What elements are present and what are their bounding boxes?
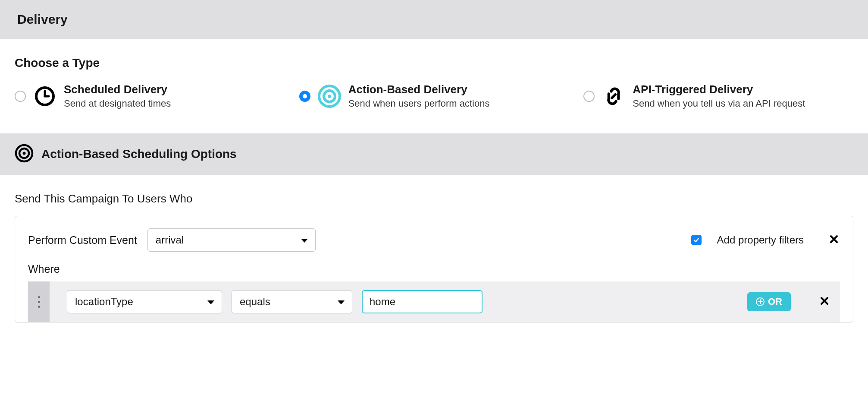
- chevron-down-icon: [207, 296, 215, 308]
- add-property-filters-checkbox[interactable]: [691, 235, 702, 245]
- event-select[interactable]: arrival: [147, 228, 316, 252]
- link-icon: [602, 84, 626, 108]
- or-label: OR: [768, 296, 782, 307]
- radio-action[interactable]: [299, 91, 310, 102]
- action-title: Action-Based Delivery: [348, 83, 490, 96]
- radio-api[interactable]: [583, 91, 595, 102]
- remove-rule-button[interactable]: [830, 235, 840, 245]
- campaign-section: Send This Campaign To Users Who Perform …: [0, 175, 868, 322]
- chevron-down-icon: [301, 234, 308, 246]
- drag-handle-icon[interactable]: [28, 281, 50, 322]
- svg-point-5: [328, 95, 331, 98]
- svg-point-8: [23, 152, 26, 155]
- property-select[interactable]: locationType: [67, 290, 222, 313]
- api-title: API-Triggered Delivery: [633, 83, 805, 96]
- delivery-type-row: Scheduled Delivery Send at designated ti…: [15, 83, 851, 109]
- choose-type-heading: Choose a Type: [15, 56, 851, 70]
- rule-card: Perform Custom Event arrival Add propert…: [15, 216, 853, 322]
- delivery-header: Delivery: [0, 0, 868, 39]
- delivery-type-api[interactable]: API-Triggered Delivery Send when you tel…: [583, 83, 851, 109]
- scheduled-title: Scheduled Delivery: [64, 83, 171, 96]
- delivery-type-action[interactable]: Action-Based Delivery Send when users pe…: [299, 83, 567, 109]
- add-or-button[interactable]: OR: [747, 292, 791, 311]
- page-title: Delivery: [17, 12, 851, 27]
- scheduled-sub: Send at designated times: [64, 98, 171, 109]
- where-filter-row: locationType equals: [28, 281, 840, 322]
- perform-custom-event-label: Perform Custom Event: [28, 234, 137, 246]
- operator-select[interactable]: equals: [232, 290, 352, 313]
- clock-icon: [33, 84, 57, 108]
- event-select-value: arrival: [156, 234, 184, 246]
- send-campaign-heading: Send This Campaign To Users Who: [15, 192, 853, 205]
- property-select-value: locationType: [75, 296, 133, 308]
- where-heading: Where: [28, 263, 840, 275]
- remove-filter-button[interactable]: [820, 297, 830, 307]
- filter-value-input[interactable]: [362, 290, 483, 313]
- delivery-type-scheduled[interactable]: Scheduled Delivery Send at designated ti…: [15, 83, 282, 109]
- add-property-filters-label: Add property filters: [717, 234, 804, 246]
- scheduling-options-title: Action-Based Scheduling Options: [41, 147, 237, 161]
- api-sub: Send when you tell us via an API request: [633, 98, 805, 109]
- rule-top-row: Perform Custom Event arrival Add propert…: [28, 228, 840, 252]
- action-sub: Send when users perform actions: [348, 98, 490, 109]
- target-icon: [15, 144, 34, 164]
- chevron-down-icon: [337, 296, 345, 308]
- plus-circle-icon: [756, 297, 765, 306]
- target-icon: [317, 84, 342, 108]
- radio-scheduled[interactable]: [15, 91, 26, 102]
- scheduling-options-header: Action-Based Scheduling Options: [0, 133, 868, 175]
- choose-type-section: Choose a Type Scheduled Delivery Send at…: [0, 39, 868, 133]
- operator-select-value: equals: [240, 296, 270, 308]
